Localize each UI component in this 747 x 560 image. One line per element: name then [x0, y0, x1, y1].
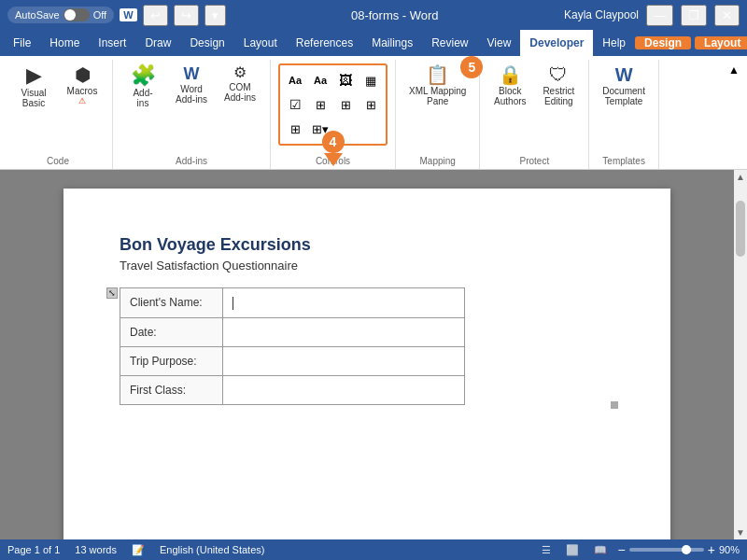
- xml-mapping-label: XML MappingPane: [409, 86, 466, 106]
- menu-references[interactable]: References: [287, 30, 362, 56]
- zoom-in-btn[interactable]: +: [708, 542, 715, 557]
- first-class-input[interactable]: [222, 375, 464, 404]
- print-layout-btn[interactable]: ☰: [538, 543, 555, 557]
- redo-button[interactable]: ↪: [174, 5, 199, 26]
- ctrl-checkbox-btn[interactable]: ☑: [283, 92, 307, 117]
- table-row: Trip Purpose:: [120, 346, 465, 375]
- menu-help[interactable]: Help: [593, 30, 635, 56]
- macros-button[interactable]: ⬢ Macros ⚠: [60, 63, 105, 107]
- client-name-input[interactable]: [222, 288, 464, 318]
- tab-layout[interactable]: Layout: [695, 36, 747, 49]
- zoom-out-btn[interactable]: −: [618, 542, 626, 557]
- ribbon-section-code: ▶ VisualBasic ⬢ Macros ⚠ Code: [4, 60, 113, 169]
- menu-design[interactable]: Design: [180, 30, 233, 56]
- proofing-icon[interactable]: 📝: [132, 544, 145, 556]
- text-cursor: [233, 297, 233, 310]
- zoom-controls: − + 90%: [618, 542, 740, 557]
- autosave-knob: [64, 9, 76, 21]
- document-scroll[interactable]: Bon Voyage Excursions Travel Satisfactio…: [0, 170, 734, 539]
- visual-basic-icon: ▶: [26, 65, 42, 86]
- menu-draw[interactable]: Draw: [135, 30, 180, 56]
- word-count: 13 words: [75, 544, 117, 555]
- menu-layout[interactable]: Layout: [234, 30, 287, 56]
- addins-icon: 🧩: [131, 65, 156, 86]
- ctrl-grid1-btn[interactable]: ⊞: [308, 92, 332, 117]
- scroll-up-btn[interactable]: ▲: [736, 172, 745, 182]
- date-input[interactable]: [222, 317, 464, 346]
- ribbon-section-mapping: 5 📋 XML MappingPane Mapping: [396, 60, 480, 169]
- ctrl-legacy-btn[interactable]: ⊞: [283, 117, 307, 141]
- language[interactable]: English (United States): [160, 544, 265, 555]
- menu-view[interactable]: View: [478, 30, 521, 56]
- restrict-editing-button[interactable]: 🛡 RestrictEditing: [536, 63, 581, 108]
- web-layout-btn[interactable]: ⬜: [562, 543, 583, 557]
- table-row: First Class:: [120, 375, 465, 404]
- addins-items: 🧩 Add-ins W WordAdd-ins ⚙ COMAdd-ins: [120, 60, 262, 153]
- ctrl-plaintext-btn[interactable]: Aa: [308, 68, 332, 92]
- zoom-slider[interactable]: [629, 548, 704, 552]
- mapping-items: 5 📋 XML MappingPane: [403, 60, 472, 153]
- ribbon-collapse[interactable]: ▲: [728, 60, 743, 169]
- templates-items: W DocumentTemplate: [597, 60, 651, 153]
- status-bar: Page 1 of 1 13 words 📝 English (United S…: [0, 539, 747, 560]
- document-area: Bon Voyage Excursions Travel Satisfactio…: [0, 170, 747, 539]
- document-page: Bon Voyage Excursions Travel Satisfactio…: [63, 189, 670, 539]
- macros-label: Macros: [67, 86, 98, 96]
- ctrl-combo-btn[interactable]: ▦: [359, 68, 383, 92]
- ctrl-grid2-btn[interactable]: ⊞: [333, 92, 358, 117]
- menu-home[interactable]: Home: [40, 30, 89, 56]
- word-addins-icon: W: [184, 65, 200, 82]
- restrict-editing-icon: 🛡: [549, 65, 568, 84]
- menu-mailings[interactable]: Mailings: [362, 30, 422, 56]
- visual-basic-button[interactable]: ▶ VisualBasic: [11, 63, 56, 110]
- table-handle[interactable]: ⤡: [106, 287, 118, 299]
- addins-section-label: Add-ins: [120, 153, 262, 169]
- page-info: Page 1 of 1: [7, 544, 60, 555]
- ctrl-richtext-btn[interactable]: Aa: [283, 68, 307, 92]
- block-authors-button[interactable]: 🔒 BlockAuthors: [487, 63, 532, 108]
- read-mode-btn[interactable]: 📖: [590, 543, 611, 557]
- document-template-button[interactable]: W DocumentTemplate: [597, 63, 651, 108]
- form-table: Client's Name: Date: Trip Purpose:: [120, 287, 465, 405]
- callout-5: 5: [460, 56, 483, 78]
- user-name: Kayla Claypool: [564, 8, 639, 21]
- addins-button[interactable]: 🧩 Add-ins: [120, 63, 165, 110]
- word-addins-button[interactable]: W WordAdd-ins: [169, 63, 214, 106]
- tab-design[interactable]: Design: [635, 36, 691, 49]
- vertical-scrollbar[interactable]: ▲ ▼: [734, 170, 747, 539]
- document-subtitle: Travel Satisfaction Questionnaire: [120, 259, 614, 273]
- client-name-label: Client's Name:: [120, 288, 223, 318]
- com-addins-button[interactable]: ⚙ COMAdd-ins: [218, 63, 262, 105]
- menu-developer[interactable]: Developer: [520, 30, 593, 56]
- title-bar-right: Kayla Claypool — ❐ ✕: [564, 5, 740, 26]
- autosave-toggle[interactable]: [63, 8, 90, 21]
- trip-purpose-input[interactable]: [222, 346, 464, 375]
- ctrl-grid3-btn[interactable]: ⊞: [359, 92, 383, 117]
- menu-insert[interactable]: Insert: [89, 30, 135, 56]
- menu-file[interactable]: File: [4, 30, 40, 56]
- controls-grid-2: ☑ ⊞ ⊞ ⊞: [283, 92, 383, 117]
- word-icon: W: [120, 8, 136, 21]
- scroll-down-btn[interactable]: ▼: [736, 527, 745, 539]
- word-addins-label: WordAdd-ins: [176, 84, 207, 105]
- menu-review[interactable]: Review: [422, 30, 477, 56]
- undo-button[interactable]: ↩: [143, 5, 168, 26]
- block-authors-label: BlockAuthors: [494, 86, 526, 106]
- title-bar-left: AutoSave Off W ↩ ↪ ▾: [7, 5, 226, 26]
- scroll-thumb[interactable]: [736, 201, 745, 257]
- quick-access-dropdown[interactable]: ▾: [204, 5, 226, 26]
- menu-bar: File Home Insert Draw Design Layout Refe…: [0, 30, 747, 56]
- protect-section-label: Protect: [487, 153, 581, 169]
- callout-4-arrow: [324, 153, 343, 166]
- restore-button[interactable]: ❐: [681, 5, 707, 26]
- document-template-icon: W: [615, 65, 633, 84]
- ctrl-picture-btn[interactable]: 🖼: [333, 68, 358, 92]
- ribbon-content: ▶ VisualBasic ⬢ Macros ⚠ Code 🧩 Add-ins: [0, 56, 747, 169]
- com-addins-icon: ⚙: [233, 65, 247, 80]
- autosave-control[interactable]: AutoSave Off: [7, 7, 114, 23]
- minimize-button[interactable]: —: [646, 5, 673, 26]
- document-template-label: DocumentTemplate: [602, 86, 645, 106]
- addins-label: Add-ins: [133, 88, 152, 108]
- close-button[interactable]: ✕: [714, 5, 740, 26]
- table-resize-handle[interactable]: [611, 401, 618, 409]
